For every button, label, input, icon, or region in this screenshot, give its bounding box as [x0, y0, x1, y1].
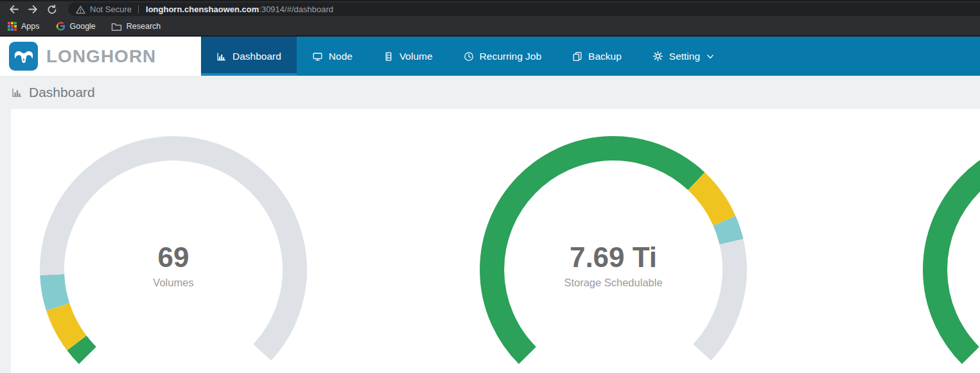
brand-name: LONGHORN: [46, 46, 156, 67]
nav-label: Recurring Job: [480, 51, 542, 62]
reload-button[interactable]: [45, 3, 59, 17]
bar-chart-icon: [11, 87, 23, 98]
nav-label: Dashboard: [232, 51, 281, 62]
nav-item-recurring-job[interactable]: Recurring Job: [448, 37, 557, 76]
bar-chart-icon: [216, 51, 227, 62]
copy-icon: [572, 51, 582, 62]
gauge-volumes: 69 Volumes: [32, 128, 315, 373]
monitor-icon: [312, 51, 323, 62]
bookmark-research-folder[interactable]: Research: [111, 22, 161, 31]
nav-item-dashboard[interactable]: Dashboard: [201, 37, 297, 76]
page-title: Dashboard: [29, 85, 95, 100]
url-host: longhorn.chenshaowen.com: [146, 4, 259, 14]
google-icon: [55, 21, 66, 31]
dashboard-card: 69 Volumes 7.69 Ti Storage Schedulable: [11, 109, 980, 373]
main-nav: Dashboard Node Volume Recurring Job: [201, 37, 730, 76]
bookmarks-bar: Apps Google Research: [0, 17, 980, 37]
longhorn-logo-icon: [9, 42, 38, 71]
url-text: longhorn.chenshaowen.com:30914/#/dashboa…: [146, 4, 333, 14]
database-icon: [383, 51, 394, 62]
gauge-label: Storage Schedulable: [564, 277, 662, 288]
browser-toolbar: Not Secure longhorn.chenshaowen.com:3091…: [0, 1, 980, 17]
page-title-row: Dashboard: [0, 76, 980, 109]
nav-label: Node: [329, 51, 353, 62]
nav-label: Setting: [669, 51, 700, 62]
gauge-partial-right: [915, 128, 980, 373]
clock-icon: [464, 51, 474, 62]
gauge-storage-schedulable: 7.69 Ti Storage Schedulable: [472, 128, 755, 373]
forward-button[interactable]: [26, 3, 40, 17]
nav-item-node[interactable]: Node: [297, 37, 368, 76]
url-path: :30914/#/dashboard: [259, 4, 333, 14]
gear-icon: [652, 51, 663, 62]
back-arrow-icon: [8, 4, 19, 15]
chevron-down-icon: [706, 54, 714, 59]
nav-item-volume[interactable]: Volume: [368, 37, 448, 76]
nav-item-backup[interactable]: Backup: [557, 37, 637, 76]
back-button[interactable]: [6, 3, 21, 17]
app-header: LONGHORN Dashboard Node Vol: [0, 37, 980, 76]
browser-chrome: Not Secure longhorn.chenshaowen.com:3091…: [0, 0, 980, 37]
folder-icon: [111, 22, 122, 31]
forward-arrow-icon: [28, 4, 39, 15]
gauge-label: Volumes: [153, 277, 193, 288]
warning-triangle-icon: [76, 5, 85, 14]
bookmark-label: Apps: [21, 22, 40, 31]
nav-item-setting[interactable]: Setting: [637, 37, 730, 76]
bookmark-label: Google: [70, 22, 96, 31]
nav-label: Volume: [399, 51, 433, 62]
security-label: Not Secure: [90, 4, 132, 14]
omnibox-divider: [138, 5, 139, 13]
gauge-value: 69: [158, 241, 189, 273]
bookmark-apps[interactable]: Apps: [8, 22, 40, 31]
bull-head-icon: [12, 45, 35, 68]
gauge-value: 7.69 Ti: [570, 241, 657, 273]
brand-area[interactable]: LONGHORN: [0, 37, 201, 76]
reload-icon: [47, 4, 57, 15]
apps-grid-icon: [8, 22, 17, 31]
url-bar[interactable]: Not Secure longhorn.chenshaowen.com:3091…: [68, 3, 980, 16]
bookmark-google[interactable]: Google: [55, 21, 96, 31]
nav-label: Backup: [588, 51, 622, 62]
bookmark-label: Research: [127, 22, 161, 31]
